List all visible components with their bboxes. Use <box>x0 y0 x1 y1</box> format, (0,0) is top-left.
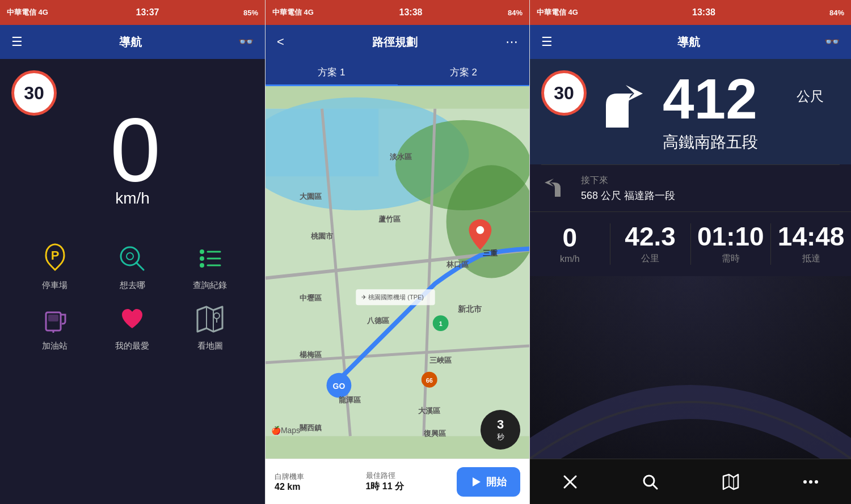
street-name: 高鐵南路五段 <box>663 132 837 153</box>
battery-3: 84% <box>829 9 844 17</box>
grid-item-map[interactable]: 看地圖 <box>180 302 241 351</box>
search-icon-1 <box>115 242 149 276</box>
svg-text:復興區: 復興區 <box>423 429 446 438</box>
svg-text:中壢區: 中壢區 <box>300 294 322 302</box>
status-right-3: 84% <box>829 9 844 17</box>
svg-point-60 <box>809 480 812 484</box>
toolbar-map[interactable] <box>714 465 748 499</box>
stat-distance: 42.3 公里 <box>610 223 691 265</box>
map-dark-area <box>530 276 851 459</box>
top-bar-1: ☰ 導航 👓 <box>0 25 265 59</box>
active-nav-inner: 30 412 公尺 高鐵南路五段 <box>530 59 851 459</box>
svg-text:三峽區: 三峽區 <box>429 356 452 365</box>
options-icon[interactable]: ⋯ <box>505 35 518 49</box>
turn-instruction: 30 412 公尺 高鐵南路五段 <box>530 59 851 164</box>
stat-duration: 01:10 需時 <box>691 223 772 265</box>
svg-text:蘆竹區: 蘆竹區 <box>378 215 401 223</box>
nav-title-3: 導航 <box>677 35 700 50</box>
stat-distance-value: 42.3 <box>625 223 676 249</box>
tab-route-1[interactable]: 方案 1 <box>266 59 398 85</box>
nav-grid: P 停車場 想去哪 <box>25 242 241 351</box>
grid-item-search[interactable]: 想去哪 <box>102 242 163 291</box>
svg-text:八德區: 八德區 <box>366 316 389 325</box>
svg-text:關西鎮: 關西鎮 <box>300 423 322 432</box>
svg-text:66: 66 <box>426 377 433 384</box>
grid-item-history[interactable]: 查詢紀錄 <box>180 242 241 291</box>
time-2: 13:38 <box>399 7 423 18</box>
time-3: 13:38 <box>692 7 715 18</box>
svg-point-3 <box>127 253 133 260</box>
next-instruction: 接下來 568 公尺 福達路一段 <box>530 165 851 211</box>
distance-row: 412 公尺 <box>663 70 837 127</box>
search-label: 想去哪 <box>120 280 145 291</box>
parking-icon: P <box>38 242 72 276</box>
grid-item-parking[interactable]: P 停車場 <box>25 242 86 291</box>
start-button[interactable]: 開始 <box>457 467 520 497</box>
stat-arrival: 14:48 抵達 <box>771 223 851 265</box>
favorites-icon <box>115 302 149 336</box>
carrier-1: 中華電信 4G <box>7 7 48 18</box>
nav-title-1: 導航 <box>119 35 142 50</box>
tab-route-2[interactable]: 方案 2 <box>398 59 530 85</box>
duration-value: 1時 11 分 <box>366 481 450 493</box>
toolbar-search[interactable] <box>633 465 667 499</box>
grid-item-favorites[interactable]: 我的最愛 <box>102 302 163 351</box>
top-bar-3: ☰ 導航 👓 <box>530 25 851 59</box>
toolbar-options[interactable] <box>794 465 828 499</box>
turn-arrow-icon <box>595 82 651 141</box>
svg-point-4 <box>200 249 204 254</box>
favorites-label: 我的最愛 <box>115 341 149 351</box>
nav-content-1: 30 0 km/h P 停車場 <box>0 59 265 504</box>
svg-marker-52 <box>473 477 481 486</box>
map-icon-1 <box>193 302 227 336</box>
svg-text:GO: GO <box>333 382 346 391</box>
stats-row: 0 km/h 42.3 公里 01:10 需時 14:48 抵達 <box>530 212 851 276</box>
battery-2: 84% <box>508 9 523 17</box>
svg-text:桃園市: 桃園市 <box>310 232 334 240</box>
svg-rect-11 <box>48 315 58 321</box>
status-bar-2: 中華電信 4G 13:38 84% <box>266 0 529 25</box>
stat-speed: 0 km/h <box>530 223 610 265</box>
status-right-2: 84% <box>508 9 523 17</box>
instruction-area: 30 412 公尺 高鐵南路五段 <box>530 59 851 164</box>
svg-point-16 <box>214 313 220 319</box>
back-icon[interactable]: < <box>277 35 284 49</box>
svg-line-56 <box>652 484 657 489</box>
next-turn-icon <box>544 174 572 202</box>
glasses-icon-1[interactable]: 👓 <box>238 35 254 49</box>
timer-bubble: 3 秒 <box>481 410 520 450</box>
speed-display-1: 0 <box>110 104 155 195</box>
status-left-2: 中華電信 4G <box>272 7 314 18</box>
status-left-3: 中華電信 4G <box>537 7 578 18</box>
toolbar-close[interactable] <box>553 465 587 499</box>
svg-text:🍎Maps: 🍎Maps <box>271 426 300 435</box>
grid-item-gas[interactable]: 加油站 <box>25 302 86 351</box>
distance-unit: 公尺 <box>797 87 824 105</box>
route-bottom: 白牌機車 42 km 最佳路徑 1時 11 分 開始 <box>266 459 529 504</box>
next-info: 接下來 568 公尺 福達路一段 <box>581 175 675 202</box>
svg-text:楊梅區: 楊梅區 <box>299 350 322 359</box>
svg-text:淡水區: 淡水區 <box>390 153 412 161</box>
svg-point-61 <box>803 480 807 484</box>
next-label: 接下來 <box>581 175 675 187</box>
svg-point-6 <box>200 263 204 268</box>
map-label: 看地圖 <box>197 341 223 351</box>
menu-icon-3[interactable]: ☰ <box>541 35 553 49</box>
stat-arrival-label: 抵達 <box>802 253 820 265</box>
gas-label: 加油站 <box>42 341 68 351</box>
svg-marker-13 <box>197 307 222 332</box>
glasses-icon-3[interactable]: 👓 <box>824 35 840 49</box>
svg-point-62 <box>815 480 818 484</box>
svg-marker-57 <box>723 475 738 489</box>
svg-text:大園區: 大園區 <box>299 192 322 201</box>
svg-text:大溪區: 大溪區 <box>418 406 440 415</box>
speed-limit-badge-1: 30 <box>11 70 57 116</box>
distance-value: 42 km <box>275 482 359 492</box>
panel-route-planning: 中華電信 4G 13:38 84% < 路徑規劃 ⋯ 方案 1 方案 2 <box>265 0 530 504</box>
stat-duration-label: 需時 <box>722 253 740 265</box>
stat-distance-label: 公里 <box>641 253 659 265</box>
stat-speed-label: km/h <box>560 254 580 264</box>
map-container[interactable]: GO 大園區 蘆竹區 林口區 淡水區 桃園市 新北市 中壢區 八德區 三峽區 楊… <box>266 86 529 459</box>
distance-number: 412 <box>663 70 757 127</box>
menu-icon-1[interactable]: ☰ <box>11 35 23 49</box>
